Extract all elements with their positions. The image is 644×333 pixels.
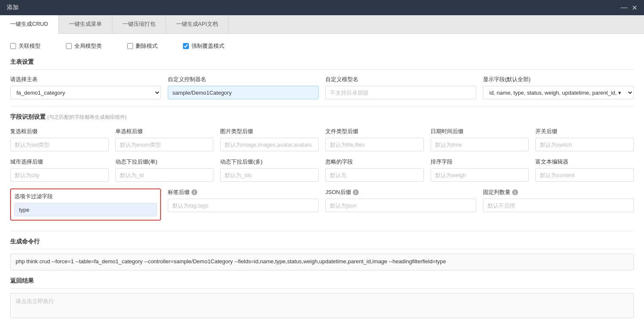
dynamic-multi-label: 动态下拉后缀(多) (220, 158, 319, 166)
window-title: 添加 (7, 4, 19, 11)
fixed-columns-group: 固定列数量 i (483, 188, 634, 221)
rich-editor-label: 富文本编辑器 (535, 158, 634, 166)
radio-suffix-group: 单选框后缀 (115, 128, 214, 151)
fixed-columns-input[interactable] (483, 199, 634, 212)
city-suffix-label: 城市选择后缀 (10, 158, 109, 166)
model-group: 自定义模型名 (325, 76, 476, 99)
model-input[interactable] (325, 86, 476, 99)
radio-suffix-label: 单选框后缀 (115, 128, 214, 135)
fields-row-3: 选项卡过滤字段 标签后缀 i JSON后缀 i 固定列数量 (10, 188, 634, 221)
tabs-bar: 一键生成CRUD 一键生成菜单 一键压缩打包 一键生成API文档 (0, 15, 644, 34)
tab-filter-label: 选项卡过滤字段 (14, 193, 157, 200)
image-suffix-input[interactable] (220, 138, 319, 151)
divider-2 (10, 231, 634, 231)
minimize-button[interactable]: — (621, 4, 628, 12)
dynamic-single-label: 动态下拉后缀(单) (115, 158, 214, 166)
checkbox-suffix-group: 复选框后缀 (10, 128, 109, 151)
switch-suffix-input[interactable] (535, 138, 634, 151)
tab-filter-input[interactable] (14, 203, 157, 216)
close-button[interactable]: ✕ (632, 4, 637, 12)
image-suffix-group: 图片类型后缀 (220, 128, 319, 151)
image-suffix-label: 图片类型后缀 (220, 128, 319, 135)
select-table-input[interactable]: fa_demo1_category (10, 86, 161, 99)
file-suffix-label: 文件类型后缀 (325, 128, 424, 135)
controller-label: 自定义控制器名 (168, 76, 319, 83)
dynamic-multi-group: 动态下拉后缀(多) (220, 158, 319, 182)
checkbox-relate-model[interactable]: 关联模型 (10, 42, 41, 50)
tab-zip[interactable]: 一键压缩打包 (112, 15, 166, 33)
relate-model-input[interactable] (10, 43, 16, 49)
json-suffix-input[interactable] (325, 199, 476, 212)
ignore-fields-input[interactable] (325, 168, 424, 182)
controller-input[interactable] (168, 86, 319, 99)
generate-section: 生成命令行 php think crud --force=1 --table=f… (10, 238, 634, 270)
fields-row-1: 复选框后缀 单选框后缀 图片类型后缀 文件类型后缀 日期时间后缀 开关后缀 (10, 128, 634, 151)
json-suffix-info-icon[interactable]: i (353, 189, 359, 195)
checkbox-global-model[interactable]: 全局模型类 (66, 42, 102, 50)
json-suffix-group: JSON后缀 i (325, 188, 476, 221)
fixed-columns-label: 固定列数量 i (483, 188, 634, 196)
field-settings-title: 字段识别设置 (10, 113, 46, 120)
ignore-fields-group: 忽略的字段 (325, 158, 424, 182)
delete-mode-label: 删除模式 (136, 42, 158, 50)
select-table-group: 请选择主表 fa_demo1_category (10, 76, 161, 99)
result-section: 返回结果 请点击立即执行 (10, 277, 634, 318)
display-fields-label: 显示字段(默认全部) (483, 76, 634, 83)
city-suffix-input[interactable] (10, 168, 109, 182)
city-suffix-group: 城市选择后缀 (10, 158, 109, 182)
checkbox-delete-mode[interactable]: 删除模式 (127, 42, 158, 50)
checkboxes-row: 关联模型 全局模型类 删除模式 强制覆盖模式 (10, 42, 634, 50)
tag-suffix-label: 标签后缀 i (168, 188, 319, 196)
title-bar: 添加 — ✕ (0, 0, 644, 15)
tab-filter-group: 选项卡过滤字段 (10, 188, 161, 221)
checkbox-force-override[interactable]: 强制覆盖模式 (183, 42, 224, 50)
dynamic-single-group: 动态下拉后缀(单) (115, 158, 214, 182)
sort-field-label: 排序字段 (431, 158, 529, 166)
sort-field-group: 排序字段 (431, 158, 529, 182)
json-suffix-label: JSON后缀 i (325, 188, 476, 196)
relate-model-label: 关联模型 (19, 42, 41, 50)
fixed-columns-info-icon[interactable]: i (512, 189, 518, 195)
content-area: 关联模型 全局模型类 删除模式 强制覆盖模式 主表设置 请选择主表 fa_dem… (0, 34, 644, 333)
delete-mode-input[interactable] (127, 43, 133, 49)
switch-suffix-label: 开关后缀 (535, 128, 634, 135)
checkbox-suffix-input[interactable] (10, 138, 109, 151)
display-fields-group: 显示字段(默认全部) id, name, type, status, weigh… (483, 76, 634, 99)
result-box: 请点击立即执行 (10, 293, 634, 318)
sort-field-input[interactable] (431, 168, 529, 182)
window-controls: — ✕ (621, 4, 637, 12)
tag-suffix-group: 标签后缀 i (168, 188, 319, 221)
dynamic-single-input[interactable] (115, 168, 214, 182)
global-model-input[interactable] (66, 43, 72, 49)
datetime-suffix-group: 日期时间后缀 (431, 128, 529, 151)
tab-api[interactable]: 一键生成API文档 (166, 15, 229, 33)
checkbox-suffix-label: 复选框后缀 (10, 128, 109, 135)
rich-editor-input[interactable] (535, 168, 634, 182)
file-suffix-group: 文件类型后缀 (325, 128, 424, 151)
radio-suffix-input[interactable] (115, 138, 214, 151)
rich-editor-group: 富文本编辑器 (535, 158, 634, 182)
controller-group: 自定义控制器名 (168, 76, 319, 99)
field-settings-subtitle: (与之匹配的字段都将生成相应组件) (47, 114, 127, 120)
datetime-suffix-label: 日期时间后缀 (431, 128, 529, 135)
force-override-label: 强制覆盖模式 (191, 42, 224, 50)
force-override-input[interactable] (183, 43, 189, 49)
field-settings-header: 字段识别设置 (与之匹配的字段都将生成相应组件) (10, 113, 634, 121)
tag-suffix-info-icon[interactable]: i (191, 189, 197, 195)
display-fields-input[interactable]: id, name, type, status, weigh, updatetim… (483, 86, 634, 99)
command-box: php think crud --force=1 --table=fa_demo… (10, 254, 634, 270)
tag-suffix-input[interactable] (168, 199, 319, 212)
tab-menu[interactable]: 一键生成菜单 (59, 15, 112, 33)
main-settings-title: 主表设置 (10, 58, 634, 70)
dynamic-multi-input[interactable] (220, 168, 319, 182)
divider-1 (10, 106, 634, 106)
select-table-label: 请选择主表 (10, 76, 161, 83)
tab-crud[interactable]: 一键生成CRUD (0, 15, 59, 34)
datetime-suffix-input[interactable] (431, 138, 529, 151)
main-window: 添加 — ✕ 一键生成CRUD 一键生成菜单 一键压缩打包 一键生成API文档 … (0, 0, 644, 333)
global-model-label: 全局模型类 (74, 42, 102, 50)
model-label: 自定义模型名 (325, 76, 476, 83)
main-settings-row: 请选择主表 fa_demo1_category 自定义控制器名 自定义模型名 显… (10, 76, 634, 99)
ignore-fields-label: 忽略的字段 (325, 158, 424, 166)
file-suffix-input[interactable] (325, 138, 424, 151)
